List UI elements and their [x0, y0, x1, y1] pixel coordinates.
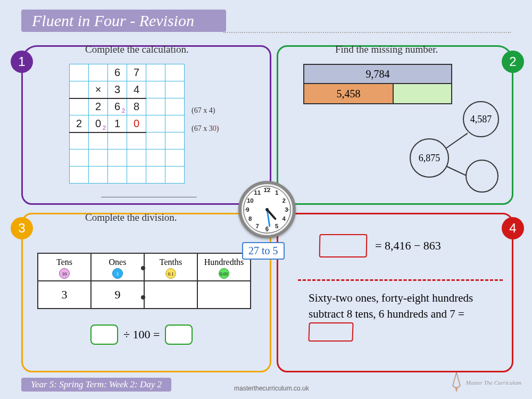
title-dotted-line: [223, 32, 511, 33]
bar-known-part: 5,458: [303, 84, 394, 104]
bar-total: 9,784: [303, 64, 452, 84]
website-text: masterthecurriculum.co.uk: [234, 385, 309, 392]
q1-multiplication-grid: 67 ×34 2628 20210: [69, 64, 185, 184]
svg-text:8: 8: [248, 215, 252, 222]
svg-text:7: 7: [256, 223, 259, 229]
col-tens: Tens10: [38, 253, 91, 281]
bar-missing-part[interactable]: [394, 84, 452, 104]
q3-place-value-table: Tens10 Ones1 Tenths0.1 Hundredths0.01 3 …: [37, 253, 251, 309]
chip-tens-icon: 10: [59, 268, 70, 279]
badge-1: 1: [11, 51, 33, 73]
col-tenths: Tenths0.1: [144, 253, 197, 281]
decimal-point-icon: [141, 266, 145, 270]
clock-time-label: 27 to 5: [242, 242, 285, 260]
q2-bar-model: 9,784 5,458: [303, 64, 452, 104]
svg-point-17: [265, 208, 269, 211]
brand-logo: Master The Curriculum: [448, 372, 521, 394]
q4-answer-box-top[interactable]: [319, 234, 368, 257]
col-ones: Ones1: [91, 253, 144, 281]
footer-label: Year 5: Spring Term: Week 2: Day 2: [21, 378, 171, 392]
q3-instruction: Complete the division.: [85, 212, 177, 223]
q1-annotation-1: (67 x 4): [192, 106, 215, 115]
q3-answer-box[interactable]: [165, 325, 193, 345]
q2-instruction: Find the missing number.: [335, 44, 438, 55]
q3-dividend-box[interactable]: [90, 325, 118, 345]
svg-text:4: 4: [282, 215, 286, 222]
svg-text:10: 10: [247, 197, 254, 204]
q4-answer-box-bottom[interactable]: [308, 322, 353, 342]
badge-4: 4: [502, 217, 524, 239]
q1-answer-line[interactable]: [101, 197, 197, 197]
chip-ones-icon: 1: [112, 268, 123, 279]
part-whole-part1: 4,587: [463, 101, 499, 137]
badge-3: 3: [11, 217, 33, 239]
badge-2: 2: [502, 51, 524, 73]
decimal-point-icon: [141, 295, 145, 300]
chip-tenths-icon: 0.1: [165, 268, 176, 279]
q4-word-problem: Sixty-two ones, forty-eight hundreds sub…: [309, 290, 500, 342]
svg-text:1: 1: [275, 189, 279, 196]
part-whole-whole: 6,875: [410, 138, 449, 178]
svg-text:5: 5: [275, 223, 279, 229]
q4-divider: [298, 279, 503, 281]
q1-instruction: Complete the calculation.: [85, 44, 189, 55]
q4-equation-top: = 8,416 − 863: [319, 234, 441, 257]
q1-annotation-2: (67 x 30): [192, 124, 219, 133]
chip-hundredths-icon: 0.01: [219, 268, 229, 279]
q3-equation: ÷ 100 =: [90, 325, 193, 345]
svg-text:2: 2: [282, 197, 285, 204]
page-title: Fluent in Four - Revision: [21, 10, 226, 32]
svg-text:11: 11: [254, 189, 261, 196]
part-whole-missing[interactable]: [466, 160, 498, 193]
clock-face: 12 1 2 3 4 5 6 7 8 9 10 11: [238, 181, 296, 238]
